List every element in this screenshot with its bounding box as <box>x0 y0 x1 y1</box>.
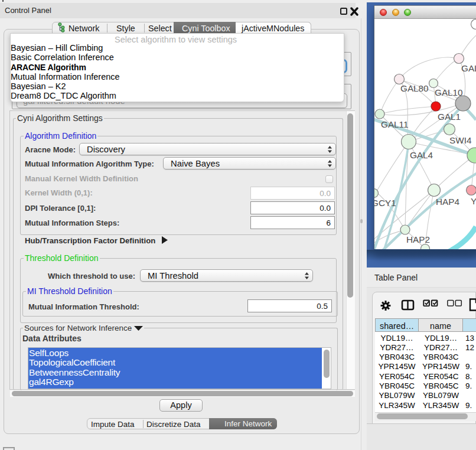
svg-text:GAL80: GAL80 <box>400 83 429 93</box>
svg-text:GAL4: GAL4 <box>410 150 433 160</box>
svg-text:SWI4: SWI4 <box>449 135 472 145</box>
svg-text:GAL10: GAL10 <box>435 87 463 97</box>
svg-text:GAL11: GAL11 <box>381 119 409 129</box>
svg-text:GAL2: GAL2 <box>461 63 476 73</box>
svg-text:Y: Y <box>471 196 476 206</box>
svg-text:HAP4: HAP4 <box>436 197 459 207</box>
svg-text:GAL1: GAL1 <box>438 112 461 122</box>
svg-text:GCY1: GCY1 <box>374 198 396 208</box>
svg-text:HAP2: HAP2 <box>406 234 430 244</box>
